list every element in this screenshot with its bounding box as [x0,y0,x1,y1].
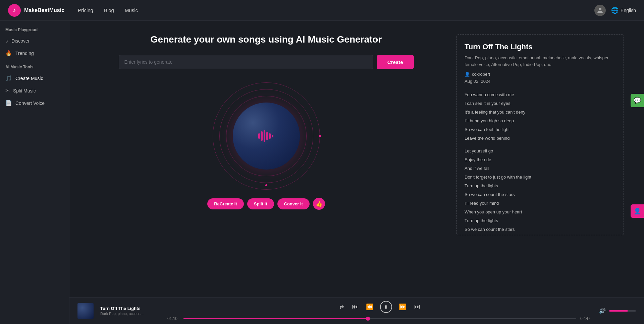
song-title: Turn Off The Lights [465,43,615,51]
player-controls: ⇄ ⏮ ⏪ ⏸ ⏩ ⏭ [338,301,422,313]
nav-link-music[interactable]: Music [125,7,138,13]
sidebar-item-split-music[interactable]: ✂ Split Music [0,84,69,97]
lyrics-line: You wanna come with me [465,90,615,99]
svg-rect-5 [269,133,271,139]
sidebar-item-trending[interactable]: 🔥 Trending [0,47,69,59]
lyrics-line: Leave the world behind [465,134,615,143]
like-button[interactable]: 👍 [313,198,325,210]
split-button[interactable]: Split It [247,198,274,209]
lyrics-line: So we can count the stars [465,225,615,234]
create-music-icon: 🎵 [5,75,12,81]
sidebar-item-discover[interactable]: ♪ Discover [0,35,69,47]
svg-rect-2 [261,131,263,141]
svg-rect-1 [258,133,260,139]
logo-icon: ♪ [8,4,21,17]
sidebar: Music Playgroud ♪ Discover 🔥 Trending AI… [0,21,69,324]
globe-icon: 🌐 [611,7,619,14]
main-layout: Music Playgroud ♪ Discover 🔥 Trending AI… [0,21,644,324]
volume-bar[interactable] [609,310,636,312]
player-song-subtitle: Dark Pop, piano, accous... [100,312,161,316]
player-thumbnail [77,303,94,319]
shuffle-button[interactable]: ⇄ [338,302,345,311]
lyrics-line: Turn up the lights [465,216,615,225]
lyrics-input[interactable] [119,55,373,69]
nav-link-blog[interactable]: Blog [104,7,114,13]
topnav-links: Pricing Blog Music [78,7,138,13]
total-time: 02:47 [580,316,592,321]
prev-prev-button[interactable]: ⏮ [351,302,359,312]
lyrics-line: Let yourself go [465,147,615,155]
lyrics-line: Don't forget to just go with the light [465,173,615,182]
lyrics-gap [465,143,615,147]
player-bar: Turn Off The Lights Dark Pop, piano, acc… [69,297,644,324]
sidebar-label-split-music: Split Music [13,88,36,93]
svg-rect-3 [264,130,265,142]
svg-point-0 [599,8,601,10]
lyrics-line: When you open up your heart [465,208,615,216]
vinyl-container [213,82,320,190]
svg-rect-4 [266,132,268,140]
lyrics-line: I'll bring you high so deep [465,117,615,125]
rewind-button[interactable]: ⏪ [365,302,375,312]
volume-icon: 🔊 [599,308,606,314]
convert-button[interactable]: Conver It [277,198,310,209]
sidebar-item-convert-voice[interactable]: 📄 Convert Voice [0,97,69,109]
sidebar-section-ai-tools: AI Music Tools [0,65,69,72]
player-progress-row: 01:10 02:47 [167,316,592,321]
user-avatar[interactable] [594,5,606,16]
svg-rect-6 [272,135,273,137]
convert-voice-icon: 📄 [5,100,12,106]
player-center: ⇄ ⏮ ⏪ ⏸ ⏩ ⏭ 01:10 02:47 [167,301,592,321]
album-art [233,103,300,170]
player-song-title: Turn Off The Lights [100,306,161,311]
player-song-info: Turn Off The Lights Dark Pop, piano, acc… [100,306,161,316]
sidebar-label-create-music: Create Music [15,76,43,81]
vinyl-dot-right [319,135,321,137]
main-content: Generate your own songs using AI Music G… [69,21,644,297]
trending-icon: 🔥 [5,50,12,56]
lyrics-line: I can see it in your eyes [465,99,615,108]
sidebar-section-playground: Music Playgroud [0,27,69,35]
current-time: 01:10 [167,316,179,321]
song-author-row: 👤 coxrobert [465,72,615,77]
lyrics-line: And if we fall [465,164,615,173]
create-button[interactable]: Create [377,55,414,69]
vinyl-dot-bottom [265,184,267,186]
sidebar-item-create-music[interactable]: 🎵 Create Music [0,72,69,84]
action-buttons: ReCreate It Split It Conver It 👍 [207,198,325,210]
lyrics-line: I'll read your mind [465,199,615,208]
forward-button[interactable]: ⏩ [397,302,408,312]
song-lyrics: You wanna come with meI can see it in yo… [465,90,615,234]
song-date: Aug 02, 2024 [465,79,615,84]
logo[interactable]: ♪ MakeBestMusic [8,4,64,17]
song-tags: Dark Pop, piano, accoustic, emotionnal, … [465,55,615,68]
lyrics-line: So we can count the stars [465,190,615,199]
soundwave-svg [258,130,274,142]
next-next-button[interactable]: ⏭ [413,302,422,312]
recreate-button[interactable]: ReCreate It [207,198,244,209]
topnav: ♪ MakeBestMusic Pricing Blog Music 🌐 Eng… [0,0,644,21]
sidebar-label-trending: Trending [15,51,34,56]
play-pause-button[interactable]: ⏸ [380,301,392,313]
sidebar-divider [0,59,69,65]
lyrics-line: It's a feeling that you can't deny [465,108,615,117]
language-selector[interactable]: 🌐 English [611,7,636,14]
progress-dot [366,317,370,321]
logo-text: MakeBestMusic [24,7,64,13]
progress-fill [183,318,368,319]
album-area: ReCreate It Split It Conver It 👍 [182,82,350,210]
page-heading: Generate your own songs using AI Music G… [90,34,443,45]
album-art-inner [233,103,300,170]
sidebar-label-discover: Discover [11,38,30,44]
language-label: English [621,8,636,13]
lyrics-row: Create [119,55,414,69]
nav-link-pricing[interactable]: Pricing [78,7,93,13]
author-icon: 👤 [465,72,470,77]
side-float-chat-button[interactable]: 💬 [631,94,644,107]
lyrics-line: So we can feel the light [465,125,615,134]
lyrics-line: Enjoy the ride [465,155,615,164]
left-panel: Generate your own songs using AI Music G… [90,34,443,290]
side-float-user-button[interactable]: 👤 [631,204,644,218]
song-author: coxrobert [472,72,490,77]
progress-bar[interactable] [183,318,576,319]
